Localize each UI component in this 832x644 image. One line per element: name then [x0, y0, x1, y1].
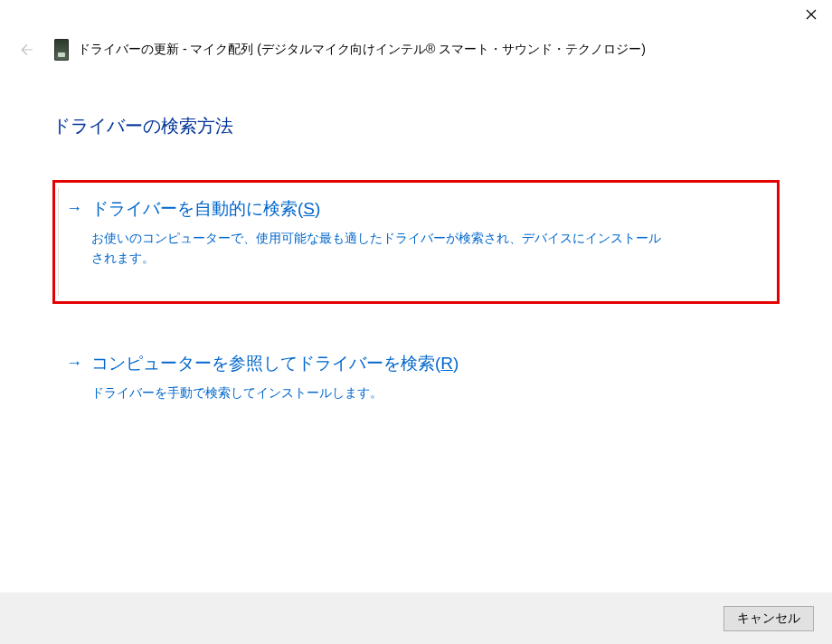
option-browse-computer-desc: ドライバーを手動で検索してインストールします。 [91, 383, 670, 402]
close-icon [806, 9, 817, 20]
back-button [13, 37, 38, 62]
header-row: ドライバーの更新 - マイク配列 (デジタルマイク向けインテル® スマート・サウ… [0, 36, 832, 63]
option-auto-search[interactable]: → ドライバーを自動的に検索(S) お使いのコンピューターで、使用可能な最も適し… [52, 180, 780, 304]
titlebar [0, 0, 832, 40]
option-auto-search-title: ドライバーを自動的に検索(S) [91, 197, 320, 221]
window-title: ドライバーの更新 - マイク配列 (デジタルマイク向けインテル® スマート・サウ… [78, 42, 646, 58]
option-browse-computer-title: コンピューターを参照してドライバーを検索(R) [91, 352, 459, 375]
device-icon [54, 39, 69, 61]
close-button[interactable] [790, 0, 832, 29]
footer: キャンセル [0, 592, 832, 644]
options-list: → ドライバーを自動的に検索(S) お使いのコンピューターで、使用可能な最も適し… [52, 180, 780, 423]
cancel-button[interactable]: キャンセル [723, 606, 814, 631]
back-arrow-icon [17, 42, 33, 58]
option-browse-computer[interactable]: → コンピューターを参照してドライバーを検索(R) ドライバーを手動で検索してイ… [52, 335, 780, 423]
section-heading: ドライバーの検索方法 [52, 114, 780, 138]
content-area: ドライバーの検索方法 → ドライバーを自動的に検索(S) お使いのコンピューター… [0, 114, 832, 423]
option-auto-search-desc: お使いのコンピューターで、使用可能な最も適したドライバーが検索され、デバイスにイ… [91, 228, 670, 269]
arrow-right-icon: → [66, 354, 82, 373]
arrow-right-icon: → [66, 199, 82, 218]
